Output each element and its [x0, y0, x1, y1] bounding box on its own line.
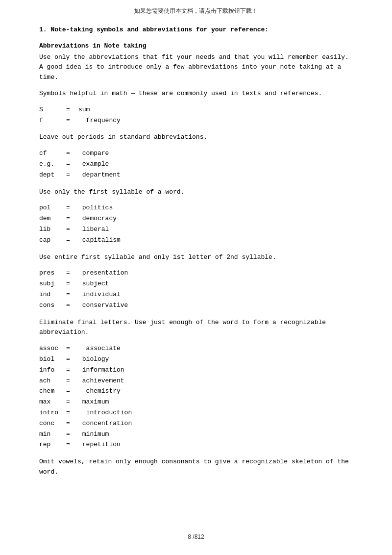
table-row: cap = capitalism [39, 235, 353, 246]
banner-text: 如果您需要使用本文档，请点击下载按钮下载！ [134, 7, 258, 14]
abbr-eq: = [66, 235, 78, 246]
table-row: cons = conservative [39, 301, 353, 311]
table-row: lib = liberal [39, 225, 353, 235]
abbr-eq: = [66, 214, 78, 224]
abbr-val: achievement [78, 376, 124, 386]
abbr-key: lib [39, 225, 66, 235]
table-row: cf = compare [39, 149, 353, 159]
first-syllable-intro: Use only the first syllable of a word. [39, 187, 353, 198]
abbr-eq: = [66, 105, 78, 115]
abbr-key: intro [39, 408, 66, 418]
abbr-val: individual [78, 290, 121, 300]
abbr-eq: = [66, 116, 78, 126]
symbols-math-intro: Symbols helpful in math — these are comm… [39, 89, 353, 99]
abbr-eq: = [66, 290, 78, 300]
table-row: info = information [39, 365, 353, 376]
abbr-eq: = [66, 203, 78, 213]
abbr-key: cap [39, 235, 66, 246]
abbr-eq: = [66, 170, 78, 180]
table-row: rep = repetition [39, 440, 353, 450]
eliminate-intro: Eliminate final letters. Use just enough… [39, 318, 353, 338]
section-title: 1. Note-taking symbols and abbreviations… [39, 25, 353, 35]
table-row: dem = democracy [39, 214, 353, 224]
abbr-key: pol [39, 203, 66, 213]
abbr-eq: = [66, 429, 78, 440]
abbr-key: rep [39, 440, 66, 450]
math-abbr-table: S = sum f = frequency [39, 105, 353, 126]
table-row: min = minimum [39, 429, 353, 440]
abbr-key: subj [39, 279, 66, 289]
abbr-eq: = [66, 268, 78, 278]
abbr-eq: = [66, 301, 78, 311]
table-row: max = maximum [39, 397, 353, 407]
abbr-val: concentration [78, 419, 132, 429]
table-row: assoc = associate [39, 344, 353, 354]
abbr-val: conservative [78, 301, 128, 311]
omit-vowels-intro: Omit vowels, retain only enough consonan… [39, 457, 353, 478]
abbr-val: introduction [78, 408, 132, 418]
page-footer: 8 /812 [0, 533, 392, 540]
abbr-eq: = [66, 386, 78, 397]
abbr-key: assoc [39, 344, 66, 354]
abbr-key: ind [39, 290, 66, 300]
abbr-val: minimum [78, 429, 109, 440]
abbr-eq: = [66, 419, 78, 429]
abbr-key: S [39, 105, 66, 115]
abbr-key: dem [39, 214, 66, 224]
abbr-key: ach [39, 376, 66, 386]
abbr-eq: = [66, 344, 78, 354]
table-row: biol = biology [39, 354, 353, 365]
eliminate-abbr-table: assoc = associate biol = biology info = … [39, 344, 353, 450]
abbr-val: information [78, 365, 124, 376]
abbr-val: politics [78, 203, 113, 213]
abbr-val: frequency [78, 116, 121, 126]
table-row: e.g. = example [39, 159, 353, 170]
abbr-eq: = [66, 225, 78, 235]
abbr-key: chem [39, 386, 66, 397]
abbr-key: cf [39, 149, 66, 159]
leave-out-intro: Leave out periods in standard abbreviati… [39, 132, 353, 143]
main-content: 1. Note-taking symbols and abbreviations… [0, 20, 392, 513]
abbr-key: dept [39, 170, 66, 180]
abbr-eq: = [66, 365, 78, 376]
table-row: subj = subject [39, 279, 353, 289]
abbr-val: repetition [78, 440, 121, 450]
abbr-val: presentation [78, 268, 128, 278]
abbr-val: capitalism [78, 235, 121, 246]
table-row: pol = politics [39, 203, 353, 213]
abbr-val: liberal [78, 225, 109, 235]
first-syllable-abbr-table: pol = politics dem = democracy lib = lib… [39, 203, 353, 245]
abbr-val: department [78, 170, 121, 180]
table-row: ach = achievement [39, 376, 353, 386]
abbr-eq: = [66, 279, 78, 289]
abbr-eq: = [66, 354, 78, 365]
abbr-eq: = [66, 159, 78, 170]
table-row: S = sum [39, 105, 353, 115]
abbr-key: cons [39, 301, 66, 311]
abbr-val: associate [78, 344, 121, 354]
abbr-val: compare [78, 149, 109, 159]
abbr-val: subject [78, 279, 109, 289]
abbr-eq: = [66, 440, 78, 450]
abbr-val: sum [78, 105, 90, 115]
abbr-val: maximum [78, 397, 109, 407]
abbr-val: example [78, 159, 109, 170]
abbr-val: biology [78, 354, 109, 365]
table-row: dept = department [39, 170, 353, 180]
entire-first-intro: Use entire first syllable and only 1st l… [39, 252, 353, 263]
abbr-key: f [39, 116, 66, 126]
abbr-eq: = [66, 397, 78, 407]
leave-out-abbr-table: cf = compare e.g. = example dept = depar… [39, 149, 353, 180]
abbr-eq: = [66, 376, 78, 386]
abbr-key: pres [39, 268, 66, 278]
abbr-key: e.g. [39, 159, 66, 170]
abbr-val: chemistry [78, 386, 121, 397]
abbreviations-intro: Use only the abbreviations that fit your… [39, 52, 353, 83]
abbr-key: max [39, 397, 66, 407]
abbr-key: conc [39, 419, 66, 429]
page-number: 8 /812 [188, 533, 204, 540]
table-row: conc = concentration [39, 419, 353, 429]
entire-first-abbr-table: pres = presentation subj = subject ind =… [39, 268, 353, 310]
abbr-key: min [39, 429, 66, 440]
abbr-eq: = [66, 149, 78, 159]
